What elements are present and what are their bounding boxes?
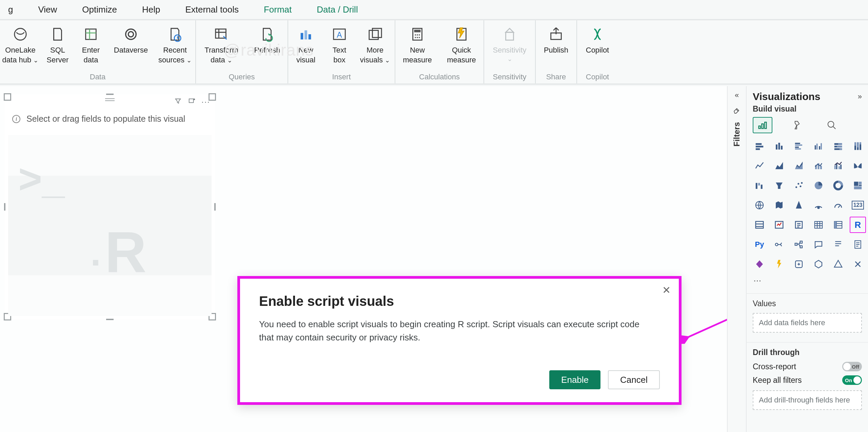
viz-more[interactable] [850, 256, 866, 272]
expand-filters-icon[interactable]: « [735, 91, 739, 100]
viz-stacked-bar[interactable] [751, 138, 768, 154]
viz-arcgis[interactable] [810, 197, 827, 213]
format-visual-tab[interactable] [787, 117, 807, 133]
viz-clustered-bar[interactable] [791, 138, 807, 154]
viz-azure-map[interactable] [791, 197, 807, 213]
close-icon[interactable]: ✕ [662, 284, 671, 296]
collapse-pane-icon[interactable]: » [858, 92, 862, 101]
viz-line-clustered-column[interactable] [830, 158, 846, 174]
viz-qna[interactable] [810, 236, 827, 253]
tab-format[interactable]: Format [259, 1, 296, 18]
viz-100-stacked-bar[interactable] [830, 138, 846, 154]
viz-treemap[interactable] [850, 177, 866, 194]
viz-kpi[interactable] [771, 217, 787, 233]
svg-rect-36 [795, 146, 799, 148]
onelake-data-hub-button[interactable]: OneLakedata hub ⌄ [0, 23, 41, 65]
resize-handle[interactable] [4, 93, 11, 101]
new-visual-icon [297, 25, 315, 43]
values-dropzone[interactable]: Add data fields here [753, 313, 862, 333]
viz-gauge[interactable] [830, 197, 846, 213]
viz-smart-narrative[interactable] [830, 236, 846, 253]
svg-rect-79 [815, 221, 823, 228]
more-visuals-ellipsis[interactable]: ··· [747, 272, 868, 289]
viz-ribbon[interactable] [850, 158, 866, 174]
viz-line-stacked-column[interactable] [810, 158, 827, 174]
drill-through-dropzone[interactable]: Add drill-through fields here [753, 390, 862, 410]
clear-filters-icon[interactable] [733, 106, 741, 114]
analytics-tab[interactable] [822, 117, 842, 133]
sql-server-button[interactable]: SQLServer [41, 23, 75, 65]
viz-multi-row-card[interactable] [751, 217, 768, 233]
recent-sources-button[interactable]: Recentsources ⌄ [155, 23, 195, 65]
resize-handle[interactable] [209, 93, 216, 101]
quick-measure-button[interactable]: Quickmeasure [439, 23, 484, 65]
viz-filled-map[interactable] [771, 197, 787, 213]
copilot-button[interactable]: Copilot [577, 23, 618, 65]
viz-app-source[interactable] [791, 256, 807, 272]
viz-key-influencers[interactable] [771, 236, 787, 253]
build-visual-tab[interactable] [753, 117, 772, 133]
resize-handle[interactable] [106, 94, 114, 95]
viz-funnel[interactable] [771, 177, 787, 194]
drag-handle-icon[interactable] [105, 98, 115, 101]
tab-view[interactable]: View [33, 1, 62, 18]
cancel-button[interactable]: Cancel [608, 370, 660, 389]
tab-partial[interactable]: g [3, 1, 18, 18]
viz-map[interactable] [751, 197, 768, 213]
tab-external-tools[interactable]: External tools [180, 1, 243, 18]
svg-point-13 [415, 34, 416, 36]
viz-py-visual[interactable]: Py [751, 236, 768, 253]
svg-rect-63 [761, 185, 763, 189]
resize-handle[interactable] [106, 319, 114, 320]
transform-data-button[interactable]: Transformdata ⌄ [196, 23, 247, 65]
viz-100-stacked-column[interactable] [850, 138, 866, 154]
viz-clustered-column[interactable] [810, 138, 827, 154]
build-visual-label: Build visual [747, 104, 868, 117]
viz-matrix[interactable] [830, 217, 846, 233]
tab-data-drill[interactable]: Data / Drill [312, 1, 362, 18]
enable-button[interactable]: Enable [549, 370, 600, 389]
viz-scatter[interactable] [791, 177, 807, 194]
new-visual-button[interactable]: Newvisual [288, 23, 323, 65]
viz-shape[interactable] [830, 256, 846, 272]
tab-optimize[interactable]: Optimize [77, 1, 122, 18]
text-box-button[interactable]: ATextbox [323, 23, 355, 65]
tab-help[interactable]: Help [137, 1, 165, 18]
resize-handle[interactable] [4, 203, 5, 211]
viz-stacked-column[interactable] [771, 138, 787, 154]
more-visuals-button[interactable]: Morevisuals ⌄ [355, 23, 395, 65]
viz-stacked-area[interactable] [791, 158, 807, 174]
viz-power-automate[interactable] [771, 256, 787, 272]
enter-data-button[interactable]: Enterdata [75, 23, 107, 65]
dialog-body: You need to enable script visuals to beg… [259, 318, 649, 344]
viz-area[interactable] [771, 158, 787, 174]
publish-button[interactable]: Publish [536, 23, 576, 65]
filter-icon[interactable] [174, 97, 182, 106]
viz-table[interactable] [810, 217, 827, 233]
r-visual-placeholder[interactable]: ··· i Select or drag fields to populate … [5, 94, 215, 319]
viz-power-apps[interactable] [751, 256, 768, 272]
svg-rect-9 [369, 31, 378, 40]
dataverse-button[interactable]: Dataverse [107, 23, 155, 55]
report-canvas[interactable]: ··· i Select or drag fields to populate … [0, 86, 868, 432]
viz-line[interactable] [751, 158, 768, 174]
viz-slicer[interactable] [791, 217, 807, 233]
keep-all-filters-toggle[interactable]: On [842, 375, 862, 385]
viz-r-visual[interactable]: R [850, 217, 866, 233]
viz-decomposition-tree[interactable] [791, 236, 807, 253]
svg-point-16 [415, 37, 416, 38]
filters-pane-collapsed[interactable]: « Filters [727, 86, 746, 432]
refresh-button[interactable]: Refresh [247, 23, 288, 65]
viz-paginated[interactable] [850, 236, 866, 253]
viz-waterfall[interactable] [751, 177, 768, 194]
viz-pie[interactable] [810, 177, 827, 194]
viz-donut[interactable] [830, 177, 846, 194]
resize-handle[interactable] [214, 203, 216, 211]
new-measure-button[interactable]: Newmeasure [395, 23, 439, 65]
drill-through-label: Drill through [747, 342, 868, 360]
focus-mode-icon[interactable] [188, 97, 195, 106]
onelake-icon [11, 25, 29, 43]
viz-get-visuals[interactable] [810, 256, 827, 272]
viz-card-123[interactable]: 123 [850, 197, 866, 213]
cross-report-toggle[interactable]: Off [842, 362, 862, 371]
